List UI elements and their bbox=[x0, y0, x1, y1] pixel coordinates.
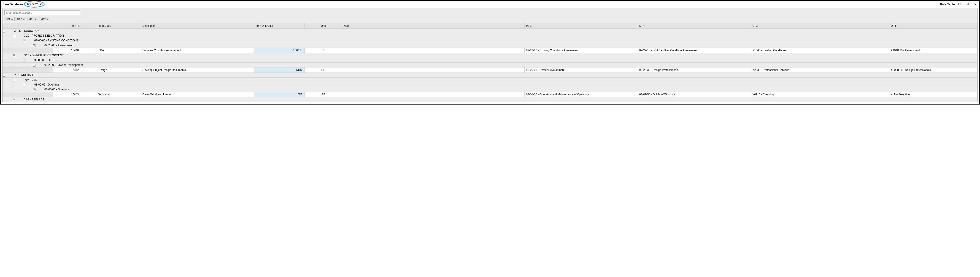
cell-item-id: 16442 bbox=[53, 67, 97, 73]
group-chip-mf1[interactable]: MF1 bbox=[27, 17, 38, 21]
col-item-code[interactable]: Item Code bbox=[97, 23, 141, 29]
cell-item-code: FCA bbox=[97, 48, 141, 53]
col-item-id[interactable]: Item Id bbox=[53, 23, 97, 29]
header-stub bbox=[23, 23, 33, 29]
group-label: 02-00-00 - EXISTING CONDITIONS bbox=[33, 38, 977, 43]
table-row[interactable]: 16440 FCA Facilities Condition Assessmen… bbox=[3, 48, 977, 53]
col-description[interactable]: Description bbox=[141, 23, 254, 29]
collapse-icon[interactable]: − bbox=[3, 30, 5, 32]
header-stub bbox=[33, 23, 43, 29]
header-stub bbox=[43, 23, 53, 29]
collapse-icon[interactable]: − bbox=[13, 35, 15, 37]
cell-uf4: - - No Selection bbox=[889, 92, 977, 97]
group-chips: UF1 UF2 MF1 MF2 bbox=[3, 17, 977, 23]
group-label: X20 - OWNER DEVELOPMENT bbox=[23, 53, 977, 58]
col-uf4[interactable]: UF4 bbox=[889, 23, 977, 29]
sort-asc-icon bbox=[47, 19, 49, 20]
collapse-icon[interactable]: − bbox=[23, 84, 25, 86]
group-row[interactable]: − 90-00-00 - OTHER bbox=[3, 58, 977, 63]
group-row[interactable]: − 08-00-00 - Openings bbox=[3, 82, 977, 87]
item-database-label: Item Database : bbox=[3, 3, 25, 6]
cell-unit: SF bbox=[305, 48, 342, 53]
rate-table-label: Rate Table: bbox=[940, 3, 956, 6]
group-label: X - INTRODUCTION bbox=[13, 29, 977, 33]
sort-asc-icon bbox=[35, 19, 37, 20]
sort-asc-icon bbox=[23, 19, 25, 20]
cell-description: Clean Windows, Interior bbox=[141, 92, 254, 97]
expand-icon[interactable]: + bbox=[13, 99, 15, 101]
search-input[interactable] bbox=[4, 10, 80, 15]
cell-description: Facilities Condition Assessment bbox=[141, 48, 254, 53]
col-note[interactable]: Note bbox=[342, 23, 525, 29]
cell-note bbox=[342, 67, 525, 73]
group-row[interactable]: − Y07 - USE bbox=[3, 78, 977, 82]
collapse-icon[interactable]: − bbox=[13, 79, 15, 81]
group-label: Y - OWNERSHIP bbox=[13, 73, 977, 78]
grid-header-row: Item Id Item Code Description Item Unit … bbox=[3, 23, 977, 29]
cell-mf4: 02-22-10 - FCA Facilities Condition Asse… bbox=[638, 48, 751, 53]
cell-mf4: 08-01-50 - O & M of Windows bbox=[638, 92, 751, 97]
cell-item-id: 16440 bbox=[53, 48, 97, 53]
group-row[interactable]: − X - INTRODUCTION bbox=[3, 29, 977, 33]
cell-note bbox=[342, 92, 525, 97]
group-row[interactable]: − 02-20-00 - Assessment bbox=[3, 43, 977, 48]
sort-asc-icon bbox=[11, 19, 13, 20]
collapse-icon[interactable]: − bbox=[23, 40, 25, 42]
cell-item-code: Design bbox=[97, 67, 141, 73]
group-label: 08-00-00 - Openings bbox=[33, 82, 977, 87]
group-label: Y07 - USE bbox=[23, 78, 977, 82]
group-row[interactable]: − 02-00-00 - EXISTING CONDITIONS bbox=[3, 38, 977, 43]
cell-description: Develop Project Design Documents bbox=[141, 67, 254, 73]
collapse-icon[interactable]: − bbox=[33, 45, 35, 47]
grid-panel: UF1 UF2 MF1 MF2 bbox=[2, 8, 978, 102]
cell-uf4: X2030.20 - Design Professionals bbox=[889, 67, 977, 73]
group-row[interactable]: − 08-00-00 - Openings bbox=[3, 87, 977, 92]
group-chip-mf2[interactable]: MF2 bbox=[39, 17, 50, 21]
collapse-icon[interactable]: − bbox=[33, 64, 35, 67]
group-row[interactable]: − X20 - OWNER DEVELOPMENT bbox=[3, 53, 977, 58]
collapse-icon[interactable]: − bbox=[33, 89, 35, 91]
group-label: X10 - PROJECT DESCRIPTION bbox=[23, 33, 977, 38]
collapse-icon[interactable]: − bbox=[3, 74, 5, 76]
item-database-select[interactable]: My Items bbox=[25, 2, 43, 6]
col-mf3[interactable]: MF3 bbox=[525, 23, 638, 29]
cell-mf3: 02-22-00 - Existing Conditions Assessmen… bbox=[525, 48, 638, 53]
group-label: 90-00-00 - OTHER bbox=[33, 58, 977, 63]
items-grid: Item Id Item Code Description Item Unit … bbox=[3, 23, 977, 102]
col-mf4[interactable]: MF4 bbox=[638, 23, 751, 29]
collapse-icon[interactable]: − bbox=[13, 54, 15, 57]
col-unit[interactable]: Unit bbox=[305, 23, 342, 29]
cell-uf4: X1040.30 - Assessment bbox=[889, 48, 977, 53]
group-label: 08-00-00 - Openings bbox=[43, 87, 977, 92]
col-uf3[interactable]: UF3 bbox=[751, 23, 889, 29]
table-row[interactable]: 16443 Wdws Int Clean Windows, Interior 1… bbox=[3, 92, 977, 97]
group-chip-uf1[interactable]: UF1 bbox=[4, 17, 14, 21]
cell-uf3: X1040 - Existing Conditions bbox=[751, 48, 889, 53]
group-label: Y09 - REPLACE bbox=[23, 97, 977, 102]
group-label: 02-20-00 - Assessment bbox=[43, 43, 977, 48]
col-item-unit-cost[interactable]: Item Unit Cost bbox=[254, 23, 305, 29]
header-stub bbox=[13, 23, 23, 29]
cell-mf3: 08-01-00 - Operation and Maintenance of … bbox=[525, 92, 638, 97]
top-bar: Item Database : My Items Rate Table: OH … bbox=[1, 1, 979, 8]
group-row[interactable]: + Y09 - REPLACE bbox=[3, 97, 977, 102]
header-stub bbox=[3, 23, 13, 29]
cell-cost: 0.00/SF bbox=[254, 48, 305, 53]
cell-note bbox=[342, 48, 525, 53]
cell-mf4: 90-20-32 - Design Professionals bbox=[638, 67, 751, 73]
cell-item-id: 16443 bbox=[53, 92, 97, 97]
group-label: 90-20-00 - Owner Development bbox=[43, 63, 977, 67]
cell-uf3: X2030 - Professional Services bbox=[751, 67, 889, 73]
cell-unit: HR bbox=[305, 67, 342, 73]
cell-item-code: Wdws Int bbox=[97, 92, 141, 97]
cell-mf3: 90-20-00 - Owner Development bbox=[525, 67, 638, 73]
rate-table-select[interactable]: OH - Franklin (P bbox=[957, 2, 977, 6]
collapse-icon[interactable]: − bbox=[23, 59, 25, 62]
group-row[interactable]: − X10 - PROJECT DESCRIPTION bbox=[3, 33, 977, 38]
table-row[interactable]: 16442 Design Develop Project Design Docu… bbox=[3, 67, 977, 73]
cell-cost: 1/HR bbox=[254, 67, 305, 73]
group-row[interactable]: − Y - OWNERSHIP bbox=[3, 73, 977, 78]
cell-uf3: Y0710 - Cleaning bbox=[751, 92, 889, 97]
group-row[interactable]: − 90-20-00 - Owner Development bbox=[3, 63, 977, 67]
group-chip-uf2[interactable]: UF2 bbox=[16, 17, 26, 21]
